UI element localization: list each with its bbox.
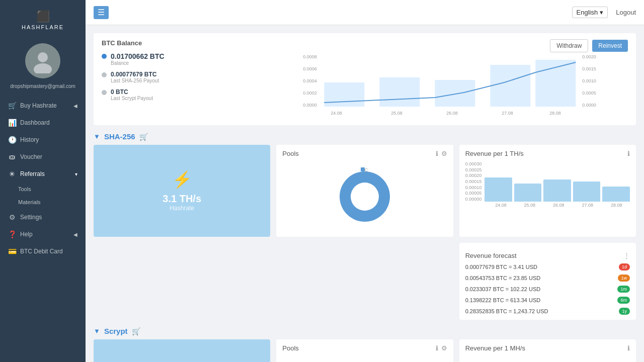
sidebar-item-btc-debit-card[interactable]: 💳 BTC Debit Card [0, 243, 86, 260]
balance-main: 0.01700662 BTC Balance [111, 52, 165, 66]
forecast-rows: 0.00077679 BTC = 3.41 USD 1d 0.00543753 … [465, 263, 630, 315]
sidebar-item-buy-hashrate[interactable]: 🛒 Buy Hashrate ◀ [0, 97, 86, 114]
forecast-text-1y: 0.28352835 BTC = 1,243.72 USD [465, 308, 548, 314]
btc-balance-grid: 0.01700662 BTC Balance 0.00077679 BTC La… [102, 52, 628, 119]
sha256-second-row: Revenue forecast ⋮ 0.00077679 BTC = 3.41… [94, 247, 636, 320]
sidebar-item-dashboard[interactable]: 📊 Dashboard [0, 114, 86, 131]
scrypt-revenue-title: Revenue per 1 MH/s [465, 344, 525, 352]
main-content: ☰ English ▾ Logout BTC Balance Withdraw … [86, 0, 644, 362]
scrypt-pools-card: Pools ℹ ⚙ [276, 339, 453, 362]
scrypt-hashrate-card [94, 339, 270, 362]
avatar [25, 43, 60, 78]
pools-title: Pools [282, 150, 299, 157]
pools-donut: BC [282, 161, 447, 232]
sidebar-item-settings[interactable]: ⚙ Settings [0, 209, 86, 226]
svg-rect-15 [491, 65, 531, 107]
svg-point-1 [34, 63, 52, 73]
sidebar-navigation: 🛒 Buy Hashrate ◀ 📊 Dashboard 🕐 History 🎟… [0, 97, 86, 260]
history-icon: 🕐 [8, 136, 16, 144]
forecast-text-6m: 0.1398222 BTC = 613.34 USD [465, 297, 541, 303]
language-selector[interactable]: English ▾ [572, 7, 608, 18]
scrypt-label: Last Scrypt Payout [111, 96, 153, 101]
logout-button[interactable]: Logout [616, 9, 636, 16]
balance-scrypt: 0 BTC Last Scrypt Payout [111, 88, 153, 101]
forecast-info-icon[interactable]: ⋮ [623, 252, 630, 259]
sidebar-item-help[interactable]: ❓ Help ◀ [0, 226, 86, 243]
logo-icon: ⬛ [22, 10, 64, 23]
revenue-forecast-card: Revenue forecast ⋮ 0.00077679 BTC = 3.41… [459, 247, 636, 320]
pools-info-icon[interactable]: ℹ [436, 150, 438, 157]
scrypt-revenue-info-icon[interactable]: ℹ [627, 344, 630, 352]
sha256-label: Last SHA-256 Payout [111, 78, 159, 83]
sidebar: ⬛ HASHFLARE dropshipmastery@gmail.com 🛒 … [0, 0, 86, 362]
forecast-badge-1w: 1w [618, 275, 630, 282]
sha256-title: SHA-256 [104, 132, 135, 141]
bar-y-axis: 0.00030 0.00025 0.00020 0.00015 0.00010 … [465, 161, 483, 202]
revenue-title: Revenue per 1 TH/s [465, 150, 524, 157]
history-label: History [20, 136, 39, 143]
sha256-revenue-card: Revenue per 1 TH/s ℹ 0.00030 0.00025 0.0… [459, 145, 636, 237]
sha256-hashrate-card: ⚡ 3.1 TH/s Hashrate [94, 145, 270, 237]
scrypt-settings-icon[interactable]: ⚙ [441, 344, 447, 352]
balance-amount: 0.01700662 BTC [111, 52, 165, 60]
buy-hashrate-label: Buy Hashrate [20, 102, 57, 109]
scrypt-revenue-header: Revenue per 1 MH/s ℹ [465, 344, 630, 352]
balance-chart-svg: 0.0008 0.0006 0.0004 0.0002 0.0000 0.002… [280, 52, 628, 118]
btc-debit-label: BTC Debit Card [20, 248, 63, 255]
revenue-bar-chart: 0.00030 0.00025 0.00020 0.00015 0.00010 … [465, 161, 630, 208]
sha256-pools-card: Pools ℹ ⚙ BC [276, 145, 453, 237]
svg-text:27.08: 27.08 [502, 111, 514, 116]
sidebar-subitem-materials[interactable]: Materials [0, 196, 86, 209]
voucher-label: Voucher [20, 153, 42, 160]
sha256-collapse-icon[interactable]: ▼ [94, 133, 100, 140]
forecast-title: Revenue forecast [465, 252, 517, 259]
voucher-icon: 🎟 [8, 153, 16, 161]
withdraw-button[interactable]: Withdraw [550, 39, 588, 52]
sidebar-subitem-tools[interactable]: Tools [0, 183, 86, 196]
y-label-6: 0.00005 [465, 191, 482, 196]
y-label-4: 0.00015 [465, 179, 482, 184]
topbar: ☰ English ▾ Logout [86, 0, 644, 25]
scrypt-info-icon[interactable]: ℹ [436, 344, 438, 352]
revenue-info-icon[interactable]: ℹ [627, 150, 630, 157]
svg-rect-25 [361, 167, 365, 171]
referrals-arrow: ▾ [75, 171, 77, 177]
svg-point-0 [38, 52, 48, 62]
x-label-5: 28.08 [603, 203, 630, 208]
scrypt-pools-title: Pools [282, 344, 299, 352]
y-label-1: 0.00030 [465, 161, 482, 166]
svg-text:0.0002: 0.0002 [303, 90, 317, 96]
scrypt-header: ▼ Scrypt 🛒 [94, 327, 636, 335]
page-content: BTC Balance Withdraw Reinvest 0.01700662… [86, 25, 644, 362]
balance-info: 0.01700662 BTC Balance 0.00077679 BTC La… [102, 52, 275, 119]
forecast-row-1y: 0.28352835 BTC = 1,243.72 USD 1y [465, 308, 630, 315]
forecast-badge-1d: 1d [619, 263, 630, 270]
scrypt-collapse-icon[interactable]: ▼ [94, 327, 100, 335]
pools-settings-icon[interactable]: ⚙ [441, 150, 447, 157]
btc-balance-card: BTC Balance Withdraw Reinvest 0.01700662… [94, 33, 636, 125]
sha256-cart-icon: 🛒 [139, 133, 148, 141]
svg-text:0.0015: 0.0015 [583, 66, 597, 71]
settings-icon: ⚙ [8, 213, 16, 221]
hamburger-button[interactable]: ☰ [94, 6, 109, 19]
user-email: dropshipmastery@gmail.com [5, 83, 80, 89]
bar-2 [514, 184, 542, 202]
reinvest-button[interactable]: Reinvest [592, 40, 628, 52]
bar-4 [573, 182, 601, 202]
svg-text:24.08: 24.08 [331, 111, 343, 116]
sidebar-item-voucher[interactable]: 🎟 Voucher [0, 148, 86, 165]
forecast-row-6m: 0.1398222 BTC = 613.34 USD 6m [465, 297, 630, 304]
forecast-header: Revenue forecast ⋮ [465, 252, 630, 259]
svg-text:0.0020: 0.0020 [583, 54, 597, 59]
svg-rect-16 [536, 60, 576, 107]
forecast-row-1m: 0.0233037 BTC = 102.22 USD 1m [465, 286, 630, 293]
scrypt-amount: 0 BTC [111, 88, 153, 96]
bar-1 [485, 177, 512, 202]
scrypt-revenue-card: Revenue per 1 MH/s ℹ [459, 339, 636, 362]
dashboard-icon: 📊 [8, 119, 16, 127]
svg-point-23 [351, 183, 379, 211]
sidebar-item-referrals[interactable]: ✳ Referrals ▾ [0, 165, 86, 183]
svg-text:0.0000: 0.0000 [303, 103, 317, 108]
sidebar-item-history[interactable]: 🕐 History [0, 131, 86, 148]
buy-hashrate-arrow: ◀ [73, 103, 77, 109]
